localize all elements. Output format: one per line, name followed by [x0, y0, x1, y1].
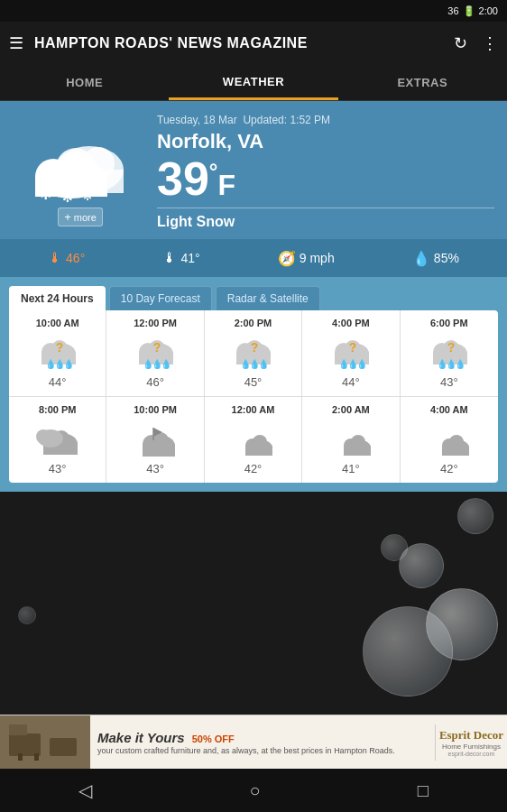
tab-extras[interactable]: EXTRAS — [338, 65, 507, 100]
weather-divider — [157, 208, 494, 208]
svg-rect-66 — [245, 446, 272, 456]
forecast-cell-10pm: 10:00 PM 43° — [106, 397, 204, 483]
forecast-icon-10am: 💧 💧 💧 ? — [34, 334, 81, 370]
weather-temperature: 39°F — [157, 155, 494, 202]
svg-rect-77 — [50, 738, 77, 756]
svg-text:?: ? — [251, 340, 259, 355]
forecast-temp-8pm: 43° — [49, 462, 67, 475]
ad-furniture-image — [0, 715, 90, 770]
tab-next-24-hours[interactable]: Next 24 Hours — [9, 286, 106, 310]
forecast-cell-6pm: 6:00 PM 💧 💧 💧 ? 43° — [401, 310, 498, 397]
forecast-cell-8pm: 8:00 PM 43° — [9, 397, 106, 483]
ad-brand-name: Esprit Decor — [439, 728, 503, 743]
svg-text:💧: 💧 — [63, 358, 75, 370]
tab-bar: HOME WEATHER EXTRAS — [0, 65, 507, 101]
high-temp-stat: 🌡 46° — [48, 250, 85, 266]
forecast-temp-2pm: 45° — [244, 375, 263, 389]
bottom-nav: ◁ ○ □ — [0, 769, 507, 812]
low-temp-stat: 🌡 41° — [162, 250, 199, 266]
humidity-value: 85% — [434, 251, 459, 265]
ad-banner[interactable]: Make it Yours 50% OFF your custom crafte… — [0, 715, 507, 769]
tab-radar-satellite[interactable]: Radar & Satellite — [216, 286, 320, 310]
network-indicator: 36 — [447, 5, 458, 16]
ad-brand-area: Esprit Decor Home Furnishings esprit-dec… — [435, 724, 507, 761]
nav-icons: ↻ ⋮ — [454, 33, 498, 53]
wind-stat: 🧭 9 mph — [278, 250, 335, 267]
weather-date: Tuesday, 18 Mar Updated: 1:52 PM — [157, 114, 494, 126]
tab-10-day-forecast[interactable]: 10 Day Forecast — [109, 286, 212, 310]
home-button[interactable]: ○ — [249, 780, 260, 801]
forecast-container: 10:00 AM 💧 💧 💧 ? 44° 12:00 PM 💧 — [0, 310, 507, 492]
refresh-icon[interactable]: ↻ — [454, 33, 467, 53]
svg-text:💧: 💧 — [455, 358, 466, 370]
svg-text:✻: ✻ — [40, 187, 51, 202]
forecast-temp-10pm: 43° — [146, 462, 164, 475]
ad-tagline: your custom crafted furniture and, as al… — [97, 746, 428, 755]
weather-condition-icon: ✻ ✻ ✻ — [22, 123, 139, 204]
forecast-temp-12pm: 46° — [146, 375, 164, 389]
forecast-time-6pm: 6:00 PM — [430, 318, 468, 328]
forecast-icon-6pm: 💧 💧 💧 ? — [426, 334, 473, 370]
forecast-time-8pm: 8:00 PM — [39, 404, 77, 415]
humidity-stat: 💧 85% — [412, 250, 459, 267]
svg-rect-60 — [143, 444, 175, 457]
svg-text:?: ? — [153, 340, 161, 355]
svg-text:✻: ✻ — [62, 190, 73, 204]
forecast-time-10am: 10:00 AM — [36, 318, 79, 328]
thermometer-up-icon: 🌡 — [48, 250, 62, 266]
forecast-cell-4am: 4:00 AM 42° — [401, 397, 498, 483]
wind-speed-value: 9 mph — [300, 251, 335, 265]
svg-text:✻: ✻ — [83, 190, 92, 203]
recents-button[interactable]: □ — [418, 780, 429, 801]
forecast-temp-6pm: 43° — [440, 375, 458, 389]
ad-discount: 50% OFF — [192, 734, 235, 744]
forecast-time-10pm: 10:00 PM — [134, 404, 177, 415]
forecast-icon-2pm: 💧 💧 💧 ? — [229, 334, 276, 370]
forecast-time-2am: 2:00 AM — [332, 404, 370, 415]
svg-text:?: ? — [447, 340, 456, 355]
forecast-icon-4pm: 💧 💧 💧 ? — [327, 334, 374, 370]
thermometer-down-icon: 🌡 — [162, 250, 177, 266]
svg-rect-74 — [442, 446, 469, 456]
forecast-icon-8pm — [34, 420, 81, 457]
svg-text:💧: 💧 — [258, 358, 270, 370]
weather-city: Norfolk, VA — [157, 130, 494, 153]
forecast-cell-4pm: 4:00 PM 💧 💧 💧 ? 44° — [302, 310, 400, 397]
hamburger-menu[interactable]: ☰ — [9, 33, 23, 53]
forecast-temp-10am: 44° — [49, 375, 67, 389]
back-button[interactable]: ◁ — [78, 780, 92, 801]
svg-text:?: ? — [349, 340, 357, 355]
forecast-cell-2pm: 2:00 PM 💧 💧 💧 ? 45° — [205, 310, 302, 397]
ad-text-area: Make it Yours 50% OFF your custom crafte… — [90, 726, 435, 759]
svg-text:💧: 💧 — [161, 358, 172, 370]
weather-info: Tuesday, 18 Mar Updated: 1:52 PM Norfolk… — [157, 114, 494, 230]
svg-rect-78 — [9, 724, 27, 735]
ad-brand-sub: Home Furnishings — [442, 743, 501, 751]
weather-icon-area: ✻ ✻ ✻ more — [13, 114, 148, 226]
svg-rect-76 — [9, 734, 41, 756]
forecast-icon-10pm — [132, 420, 179, 457]
forecast-icon-12pm: 💧 💧 💧 ? — [132, 334, 179, 370]
forecast-cell-10am: 10:00 AM 💧 💧 💧 ? 44° — [9, 310, 106, 397]
status-bar: 36 🔋 2:00 — [0, 0, 507, 22]
more-menu-icon[interactable]: ⋮ — [482, 33, 498, 53]
tab-weather[interactable]: WEATHER — [169, 65, 337, 100]
ad-headline: Make it Yours — [97, 730, 185, 745]
ad-image — [0, 715, 90, 770]
forecast-cell-12pm: 12:00 PM 💧 💧 💧 ? 46° — [106, 310, 204, 397]
svg-rect-80 — [34, 753, 39, 761]
forecast-grid: 10:00 AM 💧 💧 💧 ? 44° 12:00 PM 💧 — [9, 310, 498, 483]
high-temp-value: 46° — [66, 251, 85, 265]
forecast-temp-12am: 42° — [244, 462, 263, 475]
forecast-icon-12am — [229, 420, 276, 457]
svg-rect-70 — [344, 446, 371, 456]
tab-home[interactable]: HOME — [0, 65, 169, 100]
forecast-time-4am: 4:00 AM — [430, 404, 468, 415]
more-button[interactable]: more — [58, 208, 103, 226]
forecast-cell-12am: 12:00 AM 42° — [205, 397, 302, 483]
app-title: HAMPTON ROADS' NEWS MAGAZINE — [34, 35, 454, 51]
forecast-time-2pm: 2:00 PM — [235, 318, 272, 328]
svg-text:?: ? — [55, 340, 63, 355]
status-icons: 36 🔋 2:00 — [447, 5, 498, 17]
battery-icon: 🔋 — [463, 5, 475, 17]
